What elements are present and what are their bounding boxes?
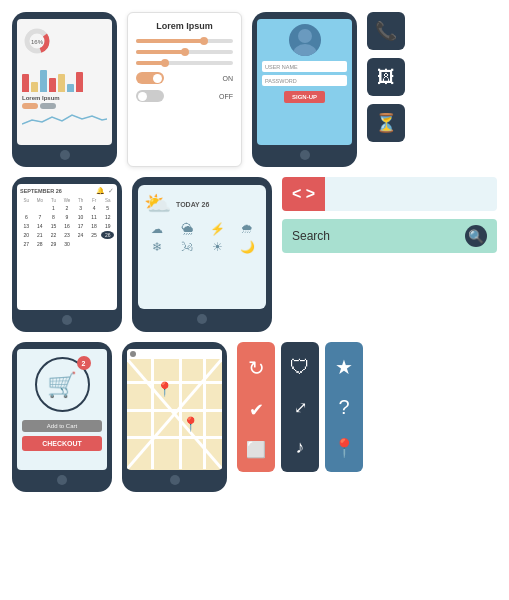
cal-day[interactable]: 14 [34,222,47,230]
cal-day[interactable]: 11 [88,213,101,221]
signup-button[interactable]: SIGN-UP [284,91,325,103]
cal-day[interactable]: 17 [74,222,87,230]
refresh-icon[interactable]: ↻ [248,356,265,380]
code-bar[interactable]: < > [282,177,497,211]
cal-day[interactable]: 13 [20,222,33,230]
phone-icon-box[interactable]: 📞 [367,12,405,50]
weather-cell: 🌨 [234,222,260,236]
slider-fill [136,39,204,43]
cal-day[interactable]: 9 [61,213,74,221]
cal-day[interactable]: 29 [47,240,60,248]
star-icon[interactable]: ★ [335,355,353,379]
cal-day[interactable]: 2 [61,204,74,212]
image-icon: 🖼 [377,67,395,88]
tablet-weather: ⛅ TODAY 26 ☁ 🌦 ⚡ 🌨 ❄ 🌬 ☀ 🌙 [132,177,272,332]
toggle-on-row[interactable]: ON [136,72,233,84]
toggle-on[interactable] [136,72,164,84]
search-icon[interactable]: 🔍 [465,225,487,247]
snow-icon: 🌨 [241,222,253,236]
phone-home-btn [197,314,207,324]
cal-day[interactable]: 5 [101,204,114,212]
slider-row-1[interactable] [136,39,233,43]
cal-day[interactable]: 4 [88,204,101,212]
cal-day[interactable]: 16 [61,222,74,230]
slider-thumb[interactable] [200,37,208,45]
code-input[interactable] [325,177,497,211]
moon-icon: 🌙 [240,240,255,254]
cal-day-today[interactable]: 26 [101,231,114,239]
cal-day[interactable]: 24 [74,231,87,239]
map-search-dot [130,351,136,357]
slider-track[interactable] [136,50,233,54]
cal-day[interactable]: 3 [74,204,87,212]
image-icon-box[interactable]: 🖼 [367,58,405,96]
cal-day[interactable]: 6 [20,213,33,221]
cal-day[interactable]: 22 [47,231,60,239]
cal-day[interactable]: 15 [47,222,60,230]
add-to-cart-button[interactable]: Add to Cart [22,420,102,432]
cal-day-header: We [61,198,74,203]
map-search-bar[interactable] [127,349,222,359]
cal-day-header: Th [74,198,87,203]
cal-day[interactable]: 23 [61,231,74,239]
cal-day[interactable]: 30 [61,240,74,248]
slider-fill [136,50,185,54]
avatar-svg [289,24,321,56]
cal-day[interactable]: 8 [47,213,60,221]
cal-day[interactable]: 1 [47,204,60,212]
map-screen: 📍 📍 [127,349,222,470]
username-label: USER NAME [265,64,298,70]
map-pin: 📍 [156,381,173,397]
rain-icon: 🌦 [181,222,193,236]
question-icon[interactable]: ? [338,396,349,419]
cart-badge: 🛒 2 [35,357,90,412]
hourglass-icon-box[interactable]: ⏳ [367,104,405,142]
cal-day[interactable]: 18 [88,222,101,230]
cal-day[interactable]: 20 [20,231,33,239]
checkout-button[interactable]: CHECKOUT [22,436,102,451]
cal-day[interactable]: 7 [34,213,47,221]
toggle-knob [138,92,147,101]
cal-day[interactable]: 19 [101,222,114,230]
calendar-icons: 🔔 ✓ [96,187,114,195]
shield-icon[interactable]: 🛡 [290,356,310,379]
cal-day[interactable] [34,204,47,212]
music-icon[interactable]: ♪ [296,437,305,458]
bar [76,72,83,92]
cal-day[interactable]: 25 [88,231,101,239]
bar-chart [22,64,107,92]
search-bar[interactable]: Search 🔍 [282,219,497,253]
username-field[interactable]: USER NAME [262,61,347,72]
toggle-off-row[interactable]: OFF [136,90,233,102]
slider-row-2[interactable] [136,50,233,54]
weather-cell: 🌬 [174,240,200,254]
cal-day[interactable]: 28 [34,240,47,248]
expand-icon[interactable]: ⤢ [294,398,307,417]
password-field[interactable]: PASSWORD [262,75,347,86]
cart-screen: 🛒 2 Add to Cart CHECKOUT [17,349,107,470]
code-button[interactable]: < > [282,177,325,211]
frame-icon[interactable]: ⬜ [246,440,266,459]
cal-day[interactable]: 27 [20,240,33,248]
checkmark-icon[interactable]: ✔ [249,399,264,421]
svg-point-4 [293,44,317,56]
toggle-off[interactable] [136,90,164,102]
slider-track[interactable] [136,39,233,43]
pin-icon[interactable]: 📍 [333,437,355,459]
cal-day[interactable]: 21 [34,231,47,239]
settings-title: Lorem Ipsum [136,21,233,31]
cal-day[interactable]: 12 [101,213,114,221]
calendar-grid: Su Mo Tu We Th Fr Sa 1 2 3 4 5 6 7 8 9 1… [20,198,114,248]
phone-home-btn [62,315,72,325]
cal-day[interactable] [20,204,33,212]
password-label: PASSWORD [265,78,297,84]
cal-day[interactable]: 10 [74,213,87,221]
cal-day-header: Fr [88,198,101,203]
off-label: OFF [219,93,233,100]
slider-row-3[interactable] [136,61,233,65]
slider-thumb[interactable] [181,48,189,56]
slider-thumb[interactable] [161,59,169,67]
phone-profile: USER NAME PASSWORD SIGN-UP [252,12,357,167]
mini-toggle-off [40,103,56,109]
slider-track[interactable] [136,61,233,65]
